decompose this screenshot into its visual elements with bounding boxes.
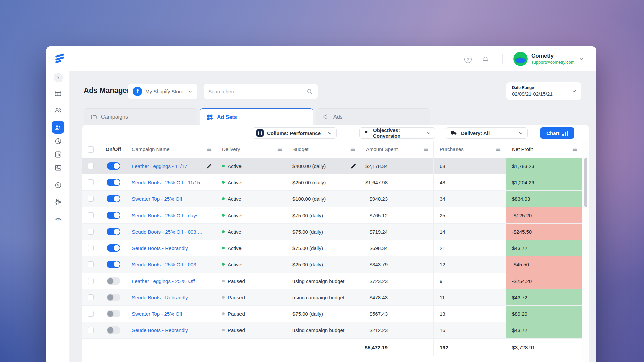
delivery-filter[interactable]: Delivery: All xyxy=(446,127,528,139)
toggle-knob xyxy=(114,196,120,202)
columns-filter[interactable]: Collums: Performance xyxy=(252,127,337,139)
row-checkbox[interactable] xyxy=(88,294,94,300)
chart-button[interactable]: Chart xyxy=(540,127,574,139)
row-checkbox[interactable] xyxy=(88,311,94,317)
purchases-value: 16 xyxy=(440,327,445,333)
toggle-knob xyxy=(107,294,113,300)
campaign-name-link[interactable]: Seude Boots - Rebrandly xyxy=(132,327,188,333)
tab-ad-sets-label: Ad Sets xyxy=(217,114,237,120)
campaign-name-link[interactable]: Leather Leggings - 25 % Off xyxy=(132,278,195,284)
sidebar-item-creatives[interactable] xyxy=(52,161,64,174)
net-profit-cell: -$254.20 xyxy=(506,273,582,289)
campaign-edit-icon[interactable] xyxy=(206,163,212,169)
tab-campaigns[interactable]: Campaigns xyxy=(84,108,197,125)
tab-campaigns-label: Campaigns xyxy=(101,114,128,120)
select-all-checkbox[interactable] xyxy=(88,146,94,153)
table-row: Seude Boots - Rebrandly Paused using cam… xyxy=(82,322,582,339)
sidebar-item-developer[interactable]: </> xyxy=(52,213,64,225)
row-checkbox[interactable] xyxy=(88,163,94,169)
delivery-status-label: Active xyxy=(228,180,241,185)
table-header: On/Off Campaign Name Delivery Budget Amo… xyxy=(82,141,582,158)
table-row: Seude Boots - 25% Off - days bac... Acti… xyxy=(82,207,582,224)
amount-spent-value: $343.79 xyxy=(370,262,388,267)
onoff-toggle[interactable] xyxy=(107,244,120,252)
sidebar-item-settings[interactable] xyxy=(52,195,64,208)
campaign-name-link[interactable]: Leather Leggings - 11/17 xyxy=(132,163,187,169)
column-menu-icon[interactable] xyxy=(572,147,577,152)
bar-chart-icon xyxy=(54,150,62,158)
onoff-toggle[interactable] xyxy=(107,162,120,170)
row-checkbox[interactable] xyxy=(88,327,94,333)
onoff-toggle[interactable] xyxy=(107,228,120,235)
onoff-toggle[interactable] xyxy=(107,212,120,219)
campaign-name-link[interactable]: Seude Boots - 25% Off - 003 (ca... xyxy=(132,262,204,267)
delivery-status-dot xyxy=(222,247,225,249)
delivery-status-dot xyxy=(222,197,225,200)
campaign-name-link[interactable]: Seude Boots - Rebrandly xyxy=(132,245,188,251)
sidebar-item-finance[interactable]: $ xyxy=(52,179,64,191)
budget-value: using campaign budget xyxy=(292,295,344,300)
row-checkbox[interactable] xyxy=(88,212,94,218)
store-selector[interactable]: f My Shopify Store xyxy=(128,84,197,99)
row-checkbox[interactable] xyxy=(88,245,94,251)
sidebar-item-reports[interactable] xyxy=(52,135,64,147)
onoff-toggle[interactable] xyxy=(107,261,120,268)
help-icon[interactable]: ? xyxy=(464,55,472,64)
column-menu-icon[interactable] xyxy=(496,147,501,152)
sidebar: $ </> xyxy=(46,71,70,362)
sidebar-item-ads-manager[interactable] xyxy=(52,121,64,134)
onoff-toggle[interactable] xyxy=(107,195,120,202)
row-checkbox[interactable] xyxy=(88,278,94,284)
chevron-down-icon xyxy=(426,131,431,136)
delivery-status-label: Paused xyxy=(228,295,245,300)
campaign-name-link[interactable]: Sweater Top - 25% Off xyxy=(132,311,182,317)
campaign-name-link[interactable]: Seude Boots - Rebrandly xyxy=(132,295,188,300)
table-row: Seude Boots - 25% Off - 003 (ca... Activ… xyxy=(82,256,582,273)
budget-value: $250.00 (daily) xyxy=(292,180,326,185)
topbar: ? Cometly support@cometly.com xyxy=(46,46,596,71)
row-checkbox[interactable] xyxy=(88,196,94,202)
onoff-toggle[interactable] xyxy=(107,179,120,186)
sidebar-collapse-button[interactable] xyxy=(54,73,63,82)
campaign-name-link[interactable]: Sweater Top - 25% Off xyxy=(132,196,182,202)
account-email: support@cometly.com xyxy=(531,60,575,65)
delivery-status-label: Paused xyxy=(228,278,245,284)
row-checkbox[interactable] xyxy=(88,229,94,235)
tab-ads[interactable]: Ads xyxy=(316,108,430,125)
net-profit-value: -$125.20 xyxy=(512,213,532,218)
search-input[interactable] xyxy=(208,88,306,94)
notifications-bell-icon[interactable] xyxy=(481,55,490,64)
dollar-glyph: $ xyxy=(57,183,59,187)
account-menu[interactable]: Cometly support@cometly.com xyxy=(513,52,584,66)
net-profit-cell: -$245.50 xyxy=(506,224,582,240)
amount-spent-value: $478.43 xyxy=(370,295,388,300)
help-glyph: ? xyxy=(464,56,472,63)
objectives-filter[interactable]: Objectives: Conversion xyxy=(359,127,435,139)
net-profit-cell: -$125.20 xyxy=(506,207,582,223)
column-menu-icon[interactable] xyxy=(423,147,429,152)
account-name: Cometly xyxy=(531,53,575,59)
row-checkbox[interactable] xyxy=(88,261,94,267)
column-menu-icon[interactable] xyxy=(207,147,212,152)
onoff-toggle[interactable] xyxy=(107,277,120,285)
column-menu-icon[interactable] xyxy=(277,147,282,152)
campaign-name-link[interactable]: Seude Boots - 25% Off - days bac... xyxy=(132,213,204,218)
campaign-name-link[interactable]: Seude Boots - 25% Off - 11/15 xyxy=(132,180,200,185)
date-range-picker[interactable]: Date Range 02/09/21-02/15/21 xyxy=(506,82,581,100)
header-delivery: Delivery xyxy=(222,146,240,152)
budget-value: $75.00 (daily) xyxy=(292,229,323,235)
row-checkbox[interactable] xyxy=(88,179,94,185)
content-card: Collums: Performance Objectives: Convers… xyxy=(82,125,589,362)
tab-ad-sets[interactable]: Ad Sets xyxy=(200,108,313,126)
sidebar-item-analytics[interactable] xyxy=(52,148,64,161)
column-menu-icon[interactable] xyxy=(350,147,355,152)
budget-edit-icon[interactable] xyxy=(350,163,356,169)
onoff-toggle[interactable] xyxy=(107,326,120,334)
toggle-knob xyxy=(114,212,120,218)
campaign-name-link[interactable]: Seude Boots - 25% Off - 003 (ca... xyxy=(132,229,204,235)
scrollbar-thumb[interactable] xyxy=(584,158,587,207)
sidebar-item-overview[interactable] xyxy=(52,87,64,100)
onoff-toggle[interactable] xyxy=(107,294,120,301)
onoff-toggle[interactable] xyxy=(107,310,120,317)
sidebar-item-audiences[interactable] xyxy=(52,104,64,116)
